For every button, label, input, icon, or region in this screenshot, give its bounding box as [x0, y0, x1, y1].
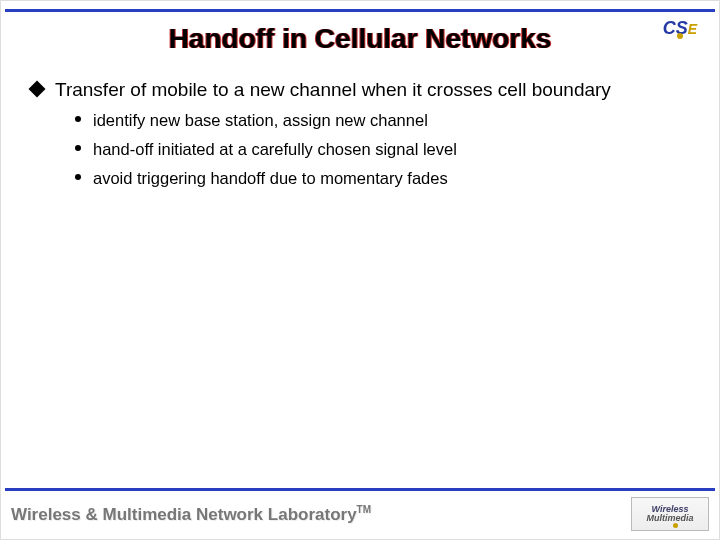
slide-title: Handoff in Cellular Networks	[1, 23, 719, 55]
sub-bullet-text: identify new base station, assign new ch…	[93, 109, 428, 132]
main-bullet-text: Transfer of mobile to a new channel when…	[55, 77, 611, 103]
dot-icon	[673, 523, 678, 528]
slide: CSE Handoff in Cellular Networks Transfe…	[0, 0, 720, 540]
dot-bullet-icon	[75, 145, 81, 151]
sub-bullet-text: hand-off initiated at a carefully chosen…	[93, 138, 457, 161]
content-area: Transfer of mobile to a new channel when…	[31, 77, 689, 196]
dot-bullet-icon	[75, 174, 81, 180]
sub-list: identify new base station, assign new ch…	[75, 109, 689, 190]
list-item: hand-off initiated at a carefully chosen…	[75, 138, 689, 161]
dot-bullet-icon	[75, 116, 81, 122]
footer-logo-line2: Multimedia	[646, 514, 693, 523]
wireless-multimedia-logo: Wireless Multimedia	[631, 497, 709, 531]
top-divider	[5, 9, 715, 12]
list-item: avoid triggering handoff due to momentar…	[75, 167, 689, 190]
footer-lab-text: Wireless & Multimedia Network Laboratory	[11, 505, 357, 524]
list-item: Transfer of mobile to a new channel when…	[31, 77, 689, 103]
sub-bullet-text: avoid triggering handoff due to momentar…	[93, 167, 448, 190]
list-item: identify new base station, assign new ch…	[75, 109, 689, 132]
diamond-bullet-icon	[29, 81, 46, 98]
trademark-symbol: TM	[357, 504, 371, 515]
bottom-divider	[5, 488, 715, 491]
footer-lab-name: Wireless & Multimedia Network Laboratory…	[11, 504, 371, 525]
